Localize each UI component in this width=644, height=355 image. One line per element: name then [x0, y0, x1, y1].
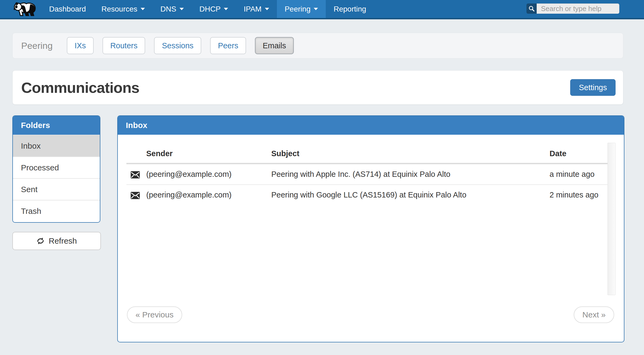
nav-ipam[interactable]: IPAM [236, 0, 277, 18]
mail-table-header-row: Sender Subject Date [126, 143, 608, 164]
panda-logo[interactable] [12, 1, 37, 17]
col-icon [126, 143, 142, 164]
caret-down-icon [314, 8, 318, 10]
main-menu: Dashboard Resources DNS DHCP IPAM Peerin… [41, 0, 374, 18]
mail-row[interactable]: (peering@example.com) Peering with Apple… [126, 164, 608, 185]
page-header-card: Communications Settings [12, 70, 623, 105]
inbox-panel: Inbox Sender Subject Date [117, 115, 624, 342]
mail-subject: Peering with Google LLC (AS15169) at Equ… [267, 185, 545, 205]
caret-down-icon [224, 8, 228, 10]
top-navbar: Dashboard Resources DNS DHCP IPAM Peerin… [0, 0, 644, 19]
nav-reporting[interactable]: Reporting [326, 0, 374, 18]
previous-page-button[interactable]: « Previous [127, 306, 182, 323]
mail-sender: (peering@example.com) [142, 185, 267, 205]
nav-ipam-label: IPAM [244, 5, 261, 13]
col-subject: Subject [267, 143, 545, 164]
caret-down-icon [265, 8, 269, 10]
panda-logo-image [12, 1, 37, 17]
mail-sender: (peering@example.com) [142, 164, 267, 185]
folders-panel-title: Folders [13, 116, 100, 135]
mail-date: 2 minutes ago [545, 185, 608, 205]
nav-dns-label: DNS [160, 5, 176, 13]
nav-dhcp-label: DHCP [199, 5, 221, 13]
folder-trash[interactable]: Trash [13, 200, 100, 222]
tab-routers[interactable]: Routers [103, 37, 145, 54]
col-sender: Sender [142, 143, 267, 164]
inbox-panel-title: Inbox [118, 116, 624, 135]
section-title: Peering [21, 41, 67, 51]
next-page-button[interactable]: Next » [574, 306, 614, 323]
nav-peering-label: Peering [285, 5, 311, 13]
search-input[interactable] [537, 3, 619, 14]
nav-dns[interactable]: DNS [153, 0, 192, 18]
peering-tabs: IXs Routers Sessions Peers Emails [67, 37, 294, 54]
nav-peering[interactable]: Peering [277, 0, 326, 18]
global-search [526, 3, 619, 14]
caret-down-icon [141, 8, 145, 10]
folder-sent[interactable]: Sent [13, 178, 100, 200]
nav-resources-label: Resources [101, 5, 137, 13]
inbox-body: Sender Subject Date [118, 135, 624, 342]
folder-inbox[interactable]: Inbox [13, 135, 100, 156]
mail-subject: Peering with Apple Inc. (AS714) at Equin… [267, 164, 545, 185]
settings-button[interactable]: Settings [570, 79, 616, 96]
mail-table: Sender Subject Date [126, 143, 608, 205]
refresh-label: Refresh [49, 236, 77, 246]
nav-dashboard[interactable]: Dashboard [41, 0, 94, 18]
folder-processed[interactable]: Processed [13, 156, 100, 178]
envelope-icon [131, 171, 140, 178]
scrollbar-track[interactable] [608, 143, 616, 295]
tab-sessions[interactable]: Sessions [154, 37, 201, 54]
mail-table-wrap: Sender Subject Date [126, 143, 616, 205]
nav-dhcp[interactable]: DHCP [192, 0, 236, 18]
nav-dashboard-label: Dashboard [49, 5, 86, 13]
envelope-icon [131, 192, 140, 199]
folders-panel: Folders Inbox Processed Sent Trash [12, 115, 100, 223]
refresh-button[interactable]: Refresh [12, 232, 101, 250]
nav-resources[interactable]: Resources [94, 0, 153, 18]
peering-toolbar: Peering IXs Routers Sessions Peers Email… [12, 33, 623, 58]
refresh-icon [36, 237, 45, 245]
caret-down-icon [180, 8, 184, 10]
mail-date: a minute ago [545, 164, 608, 185]
col-date: Date [545, 143, 608, 164]
tab-emails[interactable]: Emails [255, 37, 294, 54]
mail-icon-cell [126, 164, 142, 185]
tab-peers[interactable]: Peers [210, 37, 246, 54]
search-button[interactable] [526, 3, 537, 14]
nav-reporting-label: Reporting [334, 5, 366, 13]
mail-icon-cell [126, 185, 142, 205]
search-icon [528, 5, 535, 12]
page-title: Communications [21, 79, 139, 96]
tab-ixs[interactable]: IXs [67, 37, 94, 54]
mail-row[interactable]: (peering@example.com) Peering with Googl… [126, 185, 608, 205]
